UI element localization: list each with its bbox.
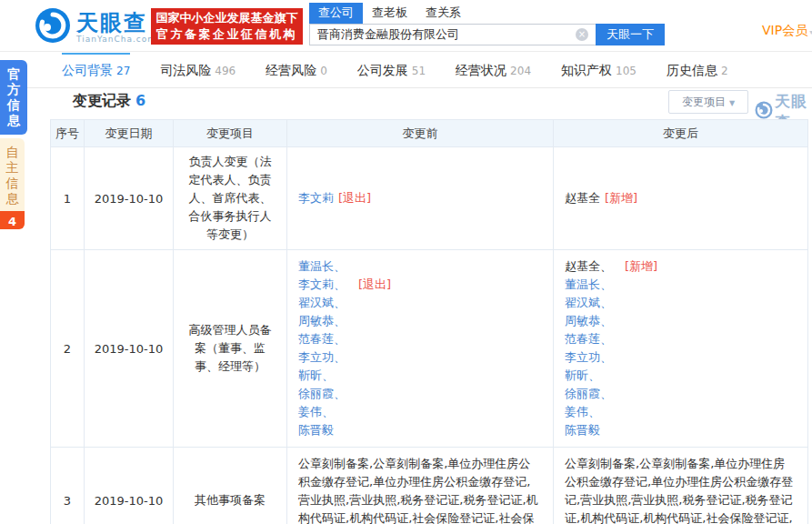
search-tab-company[interactable]: 查公司 <box>309 3 363 24</box>
cell-before: 董温长、李文莉、[退出]翟汉斌、周敏恭、范春莲、李立功、靳昕、徐丽霞、姜伟、陈晋… <box>287 250 554 448</box>
cell-after: 赵基全、[新增]董温长、翟汉斌、周敏恭、范春莲、李立功、靳昕、徐丽霞、姜伟、陈晋… <box>554 250 808 448</box>
change-text: 赵基全、 <box>565 259 612 273</box>
person-link[interactable]: 陈晋毅 <box>298 423 334 437</box>
tab-judicial-risk[interactable]: 司法风险 496 <box>160 53 236 87</box>
tab-label: 公司背景 <box>62 63 113 79</box>
tab-label: 公司发展 <box>357 63 408 79</box>
search-area: 查公司 查老板 查关系 × 天眼一下 <box>309 4 665 45</box>
tab-label: 知识产权 <box>561 63 612 79</box>
col-header-item: 变更项目 <box>174 120 287 147</box>
change-line: 李文莉[退出] <box>298 189 542 207</box>
sidebar-official-label: 官方信息 <box>0 66 27 128</box>
change-line: 陈晋毅 <box>298 421 542 439</box>
change-line: 靳昕、 <box>565 367 797 385</box>
person-link[interactable]: 靳昕、 <box>298 368 334 382</box>
cell-date: 2019-10-10 <box>85 250 174 448</box>
change-line: 董温长、 <box>565 276 797 294</box>
search-tab-boss[interactable]: 查老板 <box>363 3 416 24</box>
person-link[interactable]: 范春莲、 <box>565 332 612 346</box>
change-tag: [退出] <box>338 191 371 205</box>
cell-date: 2019-10-10 <box>85 448 174 524</box>
person-link[interactable]: 姜伟、 <box>565 405 600 418</box>
cell-no: 1 <box>51 147 85 250</box>
badge-line2: 官方备案企业征信机构 <box>151 26 303 43</box>
tab-label: 历史信息 <box>667 63 717 79</box>
search-tab-relation[interactable]: 查关系 <box>416 3 470 24</box>
tianyancha-logo-icon <box>35 7 71 47</box>
search-button[interactable]: 天眼一下 <box>596 24 665 45</box>
person-link[interactable]: 翟汉斌、 <box>565 296 612 309</box>
person-link[interactable]: 李文莉、 <box>298 277 346 291</box>
vip-member-link[interactable]: VIP会员▾ <box>762 23 812 39</box>
tab-count: 204 <box>510 65 531 77</box>
change-line: 靳昕、 <box>298 367 542 385</box>
person-link[interactable]: 周敏恭、 <box>565 314 612 328</box>
change-line: 翟汉斌、 <box>565 294 797 312</box>
person-link[interactable]: 陈晋毅 <box>565 423 600 437</box>
change-line: 徐丽霞、 <box>565 385 797 403</box>
change-line: 姜伟、 <box>298 403 542 421</box>
person-link[interactable]: 徐丽霞、 <box>298 387 346 400</box>
change-line: 范春莲、 <box>565 330 797 348</box>
tab-count: 27 <box>116 65 130 77</box>
sidebar-tab-self-info[interactable]: 自主信息 4 <box>0 138 25 229</box>
tab-company-development[interactable]: 公司发展 51 <box>357 53 426 87</box>
change-line: 周敏恭、 <box>298 312 542 330</box>
tianyancha-logo[interactable]: 天眼查 TianYanCha.com <box>35 7 156 47</box>
tab-count: 105 <box>616 65 637 77</box>
tab-count: 0 <box>320 65 327 77</box>
person-link[interactable]: 董温长、 <box>298 259 346 273</box>
change-tag: [新增] <box>605 191 637 205</box>
tab-operation-risk[interactable]: 经营风险 0 <box>266 53 327 87</box>
tab-intellectual-property[interactable]: 知识产权 105 <box>561 53 637 87</box>
person-link[interactable]: 李文莉 <box>298 191 334 205</box>
sidebar-tab-official-info[interactable]: 官方信息 <box>0 60 27 135</box>
change-text: 公章刻制备案,公章刻制备案,单位办理住房公积金缴存登记,单位办理住房公积金缴存登… <box>565 457 793 524</box>
company-nav-tabs: 公司背景 27 司法风险 496 经营风险 0 公司发展 51 经营状况 204… <box>0 53 812 88</box>
person-link[interactable]: 姜伟、 <box>298 405 334 418</box>
person-link[interactable]: 周敏恭、 <box>298 314 346 328</box>
tab-label: 司法风险 <box>160 63 211 79</box>
person-link[interactable]: 翟汉斌、 <box>298 296 346 309</box>
person-link[interactable]: 范春莲、 <box>298 332 346 346</box>
change-line: 姜伟、 <box>565 403 797 421</box>
brand-domain: TianYanCha.com <box>76 35 156 44</box>
section-count: 6 <box>135 92 145 109</box>
page: 天眼查 TianYanCha.com 国家中小企业发展基金旗下 官方备案企业征信… <box>0 0 812 524</box>
cell-no: 2 <box>51 250 85 448</box>
cell-after: 赵基全[新增] <box>554 147 808 250</box>
filter-label: 变更项目 <box>682 96 726 108</box>
change-line: 李立功、 <box>565 348 797 367</box>
person-link[interactable]: 靳昕、 <box>565 368 600 382</box>
tab-operating-status[interactable]: 经营状况 204 <box>456 53 531 87</box>
vip-label: VIP会员 <box>762 23 807 37</box>
change-record-table-wrap: 序号 变更日期 变更项目 变更前 变更后 12019-10-10负责人变更（法定… <box>50 119 807 524</box>
col-header-date: 变更日期 <box>85 120 174 147</box>
change-line: 周敏恭、 <box>565 312 797 330</box>
cell-date: 2019-10-10 <box>85 147 174 250</box>
sidebar-self-badge: 4 <box>0 211 25 229</box>
change-item-filter-dropdown[interactable]: 变更项目▼ <box>668 90 748 114</box>
person-link[interactable]: 李立功、 <box>565 350 612 364</box>
person-link[interactable]: 徐丽霞、 <box>565 387 612 400</box>
table-row: 12019-10-10负责人变更（法定代表人、负责人、首席代表、合伙事务执行人等… <box>51 147 808 250</box>
change-text: 赵基全 <box>565 191 600 205</box>
search-input[interactable] <box>309 24 596 45</box>
change-line: 董温长、 <box>298 257 542 276</box>
tab-count: 51 <box>412 65 426 77</box>
cell-before: 李文莉[退出] <box>287 147 554 250</box>
change-line: 公章刻制备案,公章刻制备案,单位办理住房公积金缴存登记,单位办理住房公积金缴存登… <box>298 455 542 524</box>
cell-no: 3 <box>51 448 85 524</box>
change-line: 公章刻制备案,公章刻制备案,单位办理住房公积金缴存登记,单位办理住房公积金缴存登… <box>565 455 797 524</box>
table-row: 22019-10-10高级管理人员备案（董事、监事、经理等）董温长、李文莉、[退… <box>51 250 808 448</box>
change-text: 公章刻制备案,公章刻制备案,单位办理住房公积金缴存登记,单位办理住房公积金缴存登… <box>298 457 538 524</box>
tab-company-background[interactable]: 公司背景 27 <box>62 53 130 87</box>
person-link[interactable]: 董温长、 <box>565 277 612 291</box>
person-link[interactable]: 李立功、 <box>298 350 346 364</box>
change-line: 范春莲、 <box>298 330 542 348</box>
clear-icon[interactable]: × <box>576 28 588 41</box>
tab-history-info[interactable]: 历史信息 2 <box>667 53 728 87</box>
tab-count: 496 <box>215 65 236 77</box>
tab-label: 经营状况 <box>456 63 506 79</box>
change-line: 赵基全、[新增] <box>565 257 797 276</box>
